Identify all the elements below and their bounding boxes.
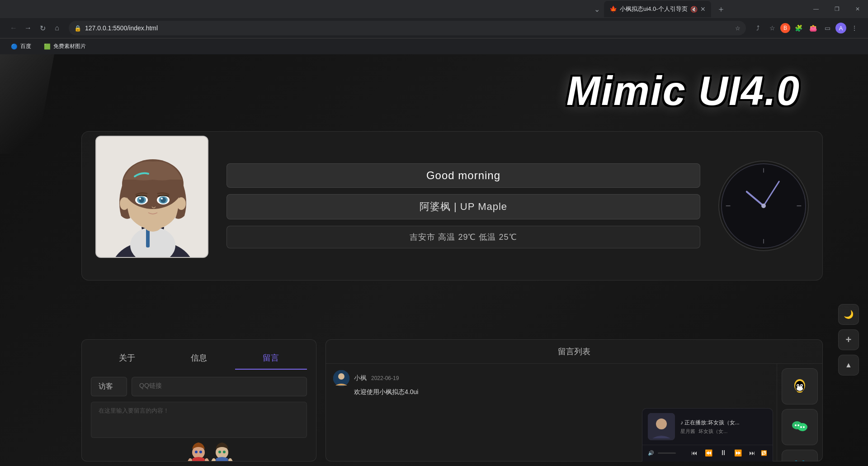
message-list-header: 留言列表	[326, 340, 822, 364]
title-area: Mimic UI4.0	[566, 68, 800, 114]
social-icons-panel	[777, 364, 822, 461]
reload-button[interactable]: ↻	[36, 22, 49, 34]
music-artist-text: 星月酱 坏女孩（女...	[680, 428, 767, 435]
music-player: ♪ 正在播放:坏女孩（女... 星月酱 坏女孩（女... 🔊 ⏮ ⏪ ⏸ ⏩	[642, 408, 773, 461]
svg-point-37	[797, 386, 803, 391]
tab-list-expand[interactable]: ⌄	[592, 3, 602, 15]
svg-point-34	[338, 373, 344, 380]
diagonal-decoration	[0, 54, 90, 154]
svg-point-43	[797, 423, 807, 431]
svg-point-32	[223, 451, 226, 453]
back-button[interactable]: ←	[7, 22, 20, 34]
forward-button[interactable]: →	[22, 22, 34, 34]
extensions-button[interactable]: 🧩	[792, 22, 805, 34]
visitor-label: 访客	[91, 377, 127, 396]
bilibili-button[interactable]	[782, 450, 818, 461]
info-section: Good morning 阿婆枫 | UP Maple 吉安市 高温 29℃ 低…	[226, 163, 700, 248]
address-bar[interactable]: 🔒 ☆	[69, 21, 746, 35]
secure-icon: 🔒	[74, 25, 81, 32]
menu-button[interactable]: ⋮	[848, 22, 861, 34]
username-badge: 阿婆枫 | UP Maple	[226, 194, 700, 219]
url-input[interactable]	[85, 24, 731, 32]
svg-point-49	[795, 461, 797, 461]
pause-button[interactable]: ⏸	[718, 448, 729, 458]
baidu-icon: 🔵	[11, 43, 18, 50]
music-title-line1: ♪ 正在播放:坏女孩（女...	[680, 419, 767, 427]
svg-point-31	[218, 451, 221, 453]
sidebar-toggle[interactable]: ▭	[821, 22, 834, 34]
bookmark-star-icon[interactable]: ☆	[735, 25, 741, 32]
svg-point-17	[120, 197, 129, 210]
main-title: Mimic UI4.0	[566, 68, 800, 114]
message-date: 2022-06-19	[371, 375, 399, 381]
message-item: 小枫 2022-06-19 欢迎使用小枫拟态4.0ui	[333, 370, 769, 396]
greeting-badge: Good morning	[226, 163, 700, 188]
message-author: 小枫	[354, 374, 367, 382]
music-info: ♪ 正在播放:坏女孩（女... 星月酱 坏女孩（女...	[642, 409, 773, 445]
baidu-label: 百度	[20, 43, 31, 50]
forward-button[interactable]: ⏩	[732, 448, 744, 457]
prev-button[interactable]: ⏮	[689, 448, 699, 457]
wallet-button[interactable]: 👛	[807, 22, 819, 34]
music-artist-label: 星月酱	[680, 428, 695, 434]
avatar-image	[96, 137, 208, 258]
bookmarks-bar: 🔵 百度 🟩 免费素材图片	[0, 38, 868, 54]
bookmark-star-btn[interactable]: ☆	[766, 22, 778, 34]
loop-icon[interactable]: 🔁	[761, 450, 767, 456]
new-tab-button[interactable]: ＋	[713, 2, 729, 16]
bookmark-images[interactable]: 🟩 免费素材图片	[40, 41, 90, 52]
profile-avatar[interactable]: A	[835, 23, 846, 33]
bottom-sections: 关于 信息 留言 访客 QQ链接 在这里输入要留言的内容！	[81, 339, 823, 461]
svg-point-50	[802, 461, 805, 461]
clock-container	[718, 161, 809, 251]
brave-icon[interactable]: B	[780, 23, 790, 33]
tab-title-text: 小枫拟态ui4.0-个人引导页	[620, 5, 688, 13]
wechat-button[interactable]	[782, 409, 818, 445]
tab-favicon: 🍁	[609, 5, 617, 13]
panel-tabs: 关于 信息 留言	[82, 340, 316, 370]
svg-point-7	[135, 209, 171, 227]
weather-badge: 吉安市 高温 29℃ 低温 25℃	[226, 226, 700, 248]
tab-close-icon[interactable]: ✕	[700, 5, 706, 13]
add-widget-button[interactable]: +	[838, 329, 859, 350]
svg-point-26	[761, 204, 766, 208]
message-meta: 小枫 2022-06-19	[333, 370, 769, 386]
music-controls: 🔊 ⏮ ⏪ ⏸ ⏩ ⏭ 🔁	[642, 445, 773, 461]
tab-about[interactable]: 关于	[91, 347, 163, 370]
browser-nav-bar: ← → ↻ ⌂ 🔒 ☆ ⤴ ☆ B 🧩 👛 ▭ A ⋮	[0, 18, 868, 38]
svg-point-29	[199, 451, 202, 453]
home-button[interactable]: ⌂	[51, 22, 63, 34]
theme-toggle-button[interactable]: 🌙	[838, 304, 859, 325]
maximize-button[interactable]: ❐	[826, 0, 847, 18]
rewind-button[interactable]: ⏪	[703, 448, 714, 457]
avatar-container	[95, 136, 208, 258]
volume-icon[interactable]: 🔊	[648, 450, 654, 456]
next-button[interactable]: ⏭	[747, 448, 757, 457]
close-button[interactable]: ✕	[847, 0, 868, 18]
images-icon: 🟩	[44, 43, 51, 50]
clock-face	[718, 161, 809, 251]
tab-bar: — ❐ ✕ ⌄ 🍁 小枫拟态ui4.0-个人引导页 🔇 ✕ ＋	[0, 0, 868, 18]
tab-info[interactable]: 信息	[163, 347, 235, 370]
svg-point-44	[795, 424, 797, 426]
active-tab[interactable]: 🍁 小枫拟态ui4.0-个人引导页 🔇 ✕	[604, 1, 711, 17]
window-controls: — ❐ ✕	[806, 0, 868, 18]
scroll-top-button[interactable]: ▲	[838, 355, 859, 376]
volume-bar[interactable]	[658, 452, 676, 454]
minimize-button[interactable]: —	[806, 0, 826, 18]
anime-sticker	[181, 441, 240, 461]
message-placeholder: 在这里输入要留言的内容！	[99, 407, 169, 414]
qq-button[interactable]	[782, 368, 818, 404]
music-song-name: 坏女孩（女...	[698, 428, 727, 434]
music-thumbnail	[648, 413, 675, 440]
svg-point-47	[803, 426, 805, 428]
visitor-input[interactable]: QQ链接	[132, 377, 307, 396]
tab-mute-icon[interactable]: 🔇	[690, 6, 698, 13]
message-input-area[interactable]: 在这里输入要留言的内容！	[91, 402, 307, 438]
bookmark-baidu[interactable]: 🔵 百度	[7, 41, 35, 52]
share-button[interactable]: ⤴	[751, 22, 764, 34]
page-content: Mimic UI4.0	[0, 54, 868, 466]
tab-message[interactable]: 留言	[235, 347, 307, 370]
svg-point-41	[801, 385, 802, 386]
right-panel: 留言列表 小枫	[326, 339, 823, 461]
